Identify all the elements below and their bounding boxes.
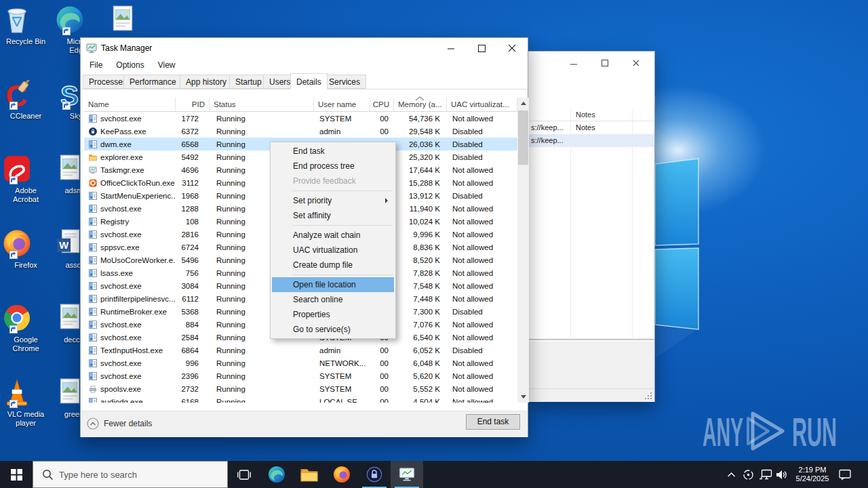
- minimize-button[interactable]: [436, 38, 467, 58]
- process-row[interactable]: audiodg.exe6168RunningLOCAL SE...004,504…: [84, 395, 517, 403]
- taskbar-app-keepass[interactable]: [358, 461, 391, 488]
- app-icon: [89, 346, 97, 354]
- desktop-icon-ccleaner[interactable]: C CCleaner: [3, 80, 49, 121]
- column-header-pid[interactable]: PID: [176, 98, 210, 111]
- process-status: Running: [210, 346, 314, 354]
- folder-icon: [300, 466, 318, 483]
- process-pid: 756: [176, 269, 210, 277]
- taskbar-app-edge[interactable]: [260, 461, 293, 488]
- process-uac: Not allowed: [447, 385, 517, 393]
- process-row[interactable]: spoolsv.exe2732RunningSYSTEM005,552 KNot…: [84, 382, 517, 395]
- tab-services[interactable]: Services: [323, 75, 366, 89]
- desktop-icon-firefox[interactable]: Firefox: [3, 229, 49, 270]
- context-menu-item-search-online[interactable]: Search online: [272, 292, 394, 307]
- process-status: Running: [210, 385, 314, 393]
- menu-options[interactable]: Options: [109, 58, 151, 73]
- process-row[interactable]: svchost.exe2396RunningSYSTEM005,620 KNot…: [84, 369, 517, 382]
- process-row[interactable]: svchost.exe1772RunningSYSTEM0054,736 KNo…: [84, 112, 517, 125]
- desktop-icon-adobe-acrobat[interactable]: Adobe Acrobat: [3, 155, 49, 204]
- column-header-status[interactable]: Status: [210, 98, 314, 111]
- column-header-user[interactable]: User name: [314, 98, 370, 111]
- process-name: Taskmgr.exe: [100, 166, 144, 174]
- process-mem: 6,052 K: [394, 346, 447, 354]
- keepass-list-header[interactable]: Notes: [528, 109, 654, 121]
- desktop-icon-vlc-media-player[interactable]: VLC media player: [3, 378, 49, 428]
- tab-startup[interactable]: Startup: [229, 75, 268, 89]
- maximize-button[interactable]: [599, 57, 611, 69]
- tab-details[interactable]: Details: [290, 73, 328, 89]
- process-name: svchost.exe: [100, 321, 142, 329]
- process-pid: 3084: [176, 282, 210, 290]
- context-menu-item-create-dump-file[interactable]: Create dump file: [272, 258, 394, 272]
- column-header-cpu[interactable]: CPU: [370, 98, 394, 111]
- process-name: RuntimeBroker.exe: [100, 308, 167, 316]
- menu-view[interactable]: View: [151, 58, 182, 73]
- menu-separator: [292, 274, 393, 275]
- context-menu-item-properties[interactable]: Properties: [272, 307, 394, 322]
- app-icon: [89, 115, 97, 123]
- close-button[interactable]: [630, 57, 642, 69]
- app-icon: [89, 269, 97, 277]
- context-menu-item-open-file-location[interactable]: Open file location: [272, 277, 394, 292]
- taskbar-app-firefox[interactable]: [326, 461, 358, 488]
- end-task-button[interactable]: End task: [466, 414, 520, 430]
- scroll-up-button[interactable]: [517, 98, 529, 109]
- title-bar[interactable]: Task Manager: [81, 38, 528, 58]
- context-menu-item-provide-feedback: Provide feedback: [272, 174, 394, 188]
- scroll-down-button[interactable]: [517, 391, 529, 403]
- tab-app-history[interactable]: App history: [180, 75, 233, 89]
- scrollbar-thumb[interactable]: [518, 110, 528, 165]
- hidden-icons-chevron[interactable]: [724, 461, 738, 488]
- taskbar-clock[interactable]: 2:19 PM 5/24/2025: [791, 461, 834, 488]
- desktop-icon-recycle-bin[interactable]: Recycle Bin: [3, 5, 49, 46]
- process-mem: 25,320 K: [394, 153, 447, 161]
- notes-column-header: Notes: [576, 110, 595, 119]
- network-icon[interactable]: [757, 461, 774, 488]
- watermark-run-text: RUN: [792, 409, 837, 455]
- fewer-details-toggle[interactable]: Fewer details: [87, 418, 152, 430]
- context-menu-item-end-process-tree[interactable]: End process tree: [272, 159, 394, 174]
- task-manager-window: Task Manager FileOptionsView ProcessesPe…: [80, 37, 528, 437]
- column-header-name[interactable]: Name: [84, 98, 176, 111]
- context-menu-item-set-affinity[interactable]: Set affinity: [272, 208, 394, 223]
- minimize-button[interactable]: [568, 57, 580, 69]
- process-row[interactable]: TextInputHost.exe6864Runningadmin006,052…: [84, 344, 517, 357]
- context-menu-item-analyze-wait-chain[interactable]: Analyze wait chain: [272, 228, 394, 243]
- vertical-scrollbar[interactable]: [517, 98, 529, 403]
- taskbar-search-box[interactable]: [33, 461, 228, 488]
- shortcut-arrow-icon: [9, 325, 18, 333]
- search-input[interactable]: [59, 462, 224, 487]
- context-menu-item-uac-virtualization[interactable]: UAC virtualization: [272, 243, 394, 258]
- maximize-button[interactable]: [467, 38, 497, 58]
- process-mem: 29,548 K: [394, 127, 447, 136]
- column-header-uac[interactable]: UAC virtualizat...: [447, 98, 517, 111]
- keepass-entry-row[interactable]: s://keep...Notes: [528, 121, 654, 134]
- menu-file[interactable]: File: [85, 58, 109, 73]
- task-view-button[interactable]: [228, 461, 260, 488]
- desktop-icon-image-file[interactable]: [108, 5, 149, 35]
- shortcut-arrow-icon: [9, 400, 18, 408]
- process-mem: 13,912 K: [394, 192, 447, 200]
- app-icon: [89, 218, 97, 226]
- resize-grip[interactable]: [645, 392, 653, 401]
- process-pid: 1772: [176, 115, 210, 123]
- desktop-icon-google-chrome[interactable]: Google Chrome: [3, 304, 49, 353]
- action-center-button[interactable]: [835, 461, 854, 488]
- chevron-up-circle-icon: [87, 418, 99, 430]
- close-button[interactable]: [497, 38, 528, 58]
- context-menu-item-go-to-service-s-[interactable]: Go to service(s): [272, 322, 394, 337]
- taskbar-app-taskmgr[interactable]: [391, 461, 423, 488]
- tray-status-icon[interactable]: [741, 461, 755, 488]
- start-button[interactable]: [0, 461, 33, 488]
- context-menu-item-set-priority[interactable]: Set priority: [272, 193, 394, 208]
- process-row[interactable]: svchost.exe996RunningNETWORK...006,048 K…: [84, 357, 517, 369]
- keepass-entry-row[interactable]: s://keep...: [528, 134, 654, 147]
- process-name: OfficeClickToRun.exe: [100, 179, 175, 187]
- process-row[interactable]: KeePass.exe6372Runningadmin0029,548 KDis…: [84, 125, 517, 138]
- context-menu-item-end-task[interactable]: End task: [272, 144, 394, 159]
- app-icon: [89, 372, 97, 380]
- tab-performance[interactable]: Performance: [123, 75, 182, 89]
- submenu-arrow-icon: [385, 198, 388, 203]
- taskbar-app-explorer-folder[interactable]: [293, 461, 326, 488]
- volume-icon[interactable]: [774, 461, 790, 488]
